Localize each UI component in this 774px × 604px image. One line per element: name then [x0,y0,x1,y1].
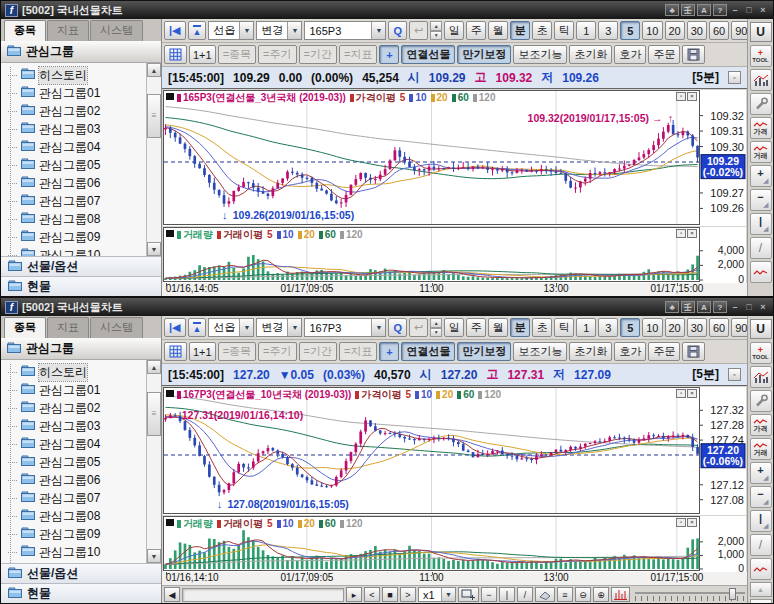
sidebar-item-관심그룹07[interactable]: 관심그룹07 [8,489,146,507]
sidebar-item-관심그룹04[interactable]: 관심그룹04 [8,138,146,156]
period-button-분[interactable]: 분 [510,21,530,40]
tool-button[interactable]: +TOOL [750,45,772,67]
pane-restore-button[interactable]: ▫ [676,389,686,398]
period-box-button[interactable]: ▫ [728,368,741,381]
symbol-input[interactable]: 167P3▼ [304,318,386,337]
crosshair-button[interactable]: + [379,342,399,361]
search-icon[interactable]: Q [388,21,407,40]
pane-close-button[interactable]: × [687,389,697,398]
window-titlebar[interactable]: f [5002] 국내선물차트 ♣ 壬 A ? – □ × [1,1,773,19]
pane-close-button[interactable]: × [687,518,697,527]
sync-button-=종목[interactable]: =종목 [218,342,256,361]
interval-button-1[interactable]: 1 [576,318,596,337]
chart-hscrollbar[interactable] [182,588,344,602]
save-button[interactable] [682,342,705,361]
step-back-button[interactable]: < [364,587,380,602]
notice-icon[interactable]: ♣ [665,4,679,16]
hline-tool-button[interactable]: − [481,587,497,602]
save-button[interactable] [682,45,705,64]
volume-style-button[interactable] [611,587,630,602]
one-plus-one-button[interactable]: 1+1 [189,45,216,64]
period-button-주[interactable]: 주 [466,21,486,40]
interval-button-5[interactable]: 5 [620,318,640,337]
volume-chart-pane[interactable]: 거래량거래이평5102060120 ▫ × 2,0001,0000 [163,516,746,572]
period-button-틱[interactable]: 틱 [554,21,574,40]
scroll-up-icon[interactable]: ▲ [147,63,161,77]
toggle-button-호가[interactable]: 호가 [614,342,646,361]
tree-scrollbar[interactable]: ▲ ≡ ▼ [146,360,161,563]
interval-button-30[interactable]: 30 [687,21,707,40]
zoom-slider[interactable] [635,588,745,602]
period-button-틱[interactable]: 틱 [554,318,574,337]
help-icon[interactable]: ? [713,301,727,313]
toggle-button-초기화[interactable]: 초기화 [569,342,612,361]
zigzag-button[interactable] [750,261,772,283]
zigzag-button[interactable] [750,558,772,580]
hline-draw-button[interactable]: −◢ [750,189,772,211]
layout-grid-button[interactable] [164,45,187,64]
scrollbar-thumb[interactable]: ≡ [147,392,161,436]
scrollbar-track[interactable]: ≡ [147,77,161,242]
toggle-button-보조기능[interactable]: 보조기능 [513,45,567,64]
interval-button-3[interactable]: 3 [598,21,618,40]
sidebar-item-관심그룹05[interactable]: 관심그룹05 [8,453,146,471]
scrollbar-track[interactable]: ≡ [147,374,161,549]
price-tool-button[interactable]: 가격 [750,414,772,436]
toggle-button-만기보정[interactable]: 만기보정 [457,45,511,64]
sidebar-item-관심그룹06[interactable]: 관심그룹06 [8,174,146,192]
toggle-button-만기보정[interactable]: 만기보정 [457,342,511,361]
interval-button-30[interactable]: 30 [687,318,707,337]
pane-close-button[interactable]: × [687,229,697,238]
trendline-button[interactable]: / [750,534,772,556]
period-button-일[interactable]: 일 [444,21,464,40]
layout-grid-button[interactable] [164,342,187,361]
sidebar-item-관심그룹09[interactable]: 관심그룹09 [8,525,146,543]
screen-save-icon[interactable]: 壬 [681,301,695,313]
speed-select[interactable]: x1▼ [418,587,456,602]
sidebar-item-관심그룹09[interactable]: 관심그룹09 [8,228,146,246]
split-pane-button[interactable]: ≡ [557,587,573,602]
scroll-left-button[interactable]: ◀ [164,587,180,602]
sidebar-item-관심그룹02[interactable]: 관심그룹02 [8,102,146,120]
font-icon[interactable]: A [697,4,711,16]
toggle-button-호가[interactable]: 호가 [614,45,646,64]
toggle-button-초기화[interactable]: 초기화 [569,45,612,64]
nav-first-button[interactable]: |◀ [164,21,186,40]
maximize-button[interactable]: □ [743,302,755,312]
hline-draw-button[interactable]: −◢ [750,486,772,508]
sidebar-item-관심그룹10[interactable]: 관심그룹10 [8,543,146,561]
pane-scroll-down-button[interactable]: ▼ [750,599,772,603]
sidebar-section-현물[interactable]: 현물 [1,276,161,296]
tab-indicator[interactable]: 지표 [47,20,89,41]
tab-system[interactable]: 시스템 [90,317,143,338]
interval-button-20[interactable]: 20 [665,318,685,337]
interval-button-90[interactable]: 90 [731,21,747,40]
stop-button[interactable]: ■ [382,587,398,602]
interval-button-90[interactable]: 90 [731,318,747,337]
sync-button-=지표[interactable]: =지표 [339,342,377,361]
undo-icon[interactable]: ↩ [409,21,428,40]
symbol-input[interactable]: 165P3▼ [304,21,386,40]
vline-tool-button[interactable]: | [499,587,515,602]
sidebar-item-관심그룹11[interactable]: 관심그룹11 [8,561,146,563]
search-icon[interactable]: Q [388,318,407,337]
zoom-area-button[interactable] [458,587,479,602]
tab-indicator[interactable]: 지표 [47,317,89,338]
interval-button-1[interactable]: 1 [576,21,596,40]
period-button-월[interactable]: 월 [488,318,508,337]
trade-tool-button[interactable]: 거래 [750,141,772,163]
window-titlebar[interactable]: f [5002] 국내선물차트 ♣ 壬 A ? – □ × [1,298,773,316]
toggle-button-보조기능[interactable]: 보조기능 [513,342,567,361]
sidebar-item-관심그룹08[interactable]: 관심그룹08 [8,507,146,525]
font-icon[interactable]: A [697,301,711,313]
sync-button-=기간[interactable]: =기간 [299,45,337,64]
tree-scrollbar[interactable]: ▲ ≡ ▼ [146,63,161,256]
maximize-button[interactable]: □ [743,5,755,15]
toggle-button-연결선물[interactable]: 연결선물 [401,45,455,64]
price-chart-canvas[interactable]: 127.32127.28127.24127.12127.08127.20(-0.… [163,387,746,515]
sidebar-item-관심그룹03[interactable]: 관심그룹03 [8,120,146,138]
sync-button-=기간[interactable]: =기간 [299,342,337,361]
trade-tool-button[interactable]: 거래 [750,438,772,460]
help-icon[interactable]: ? [713,4,727,16]
notice-icon[interactable]: ♣ [665,301,679,313]
